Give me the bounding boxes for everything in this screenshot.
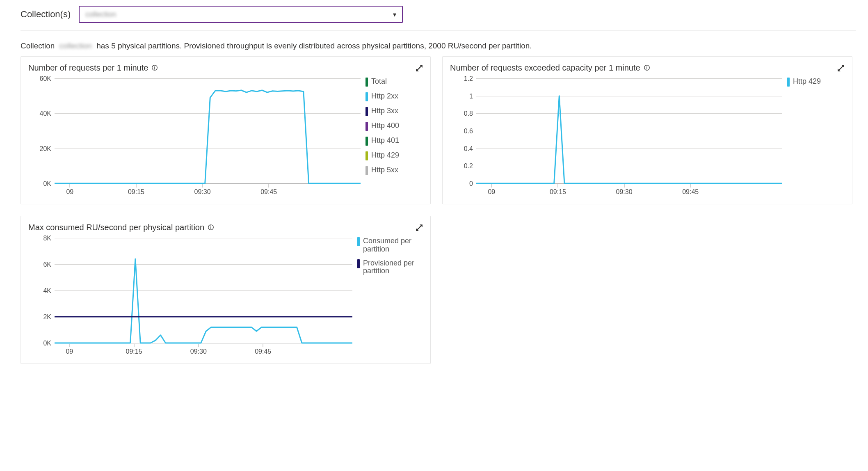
throughput-summary: Collection collection has 5 physical par… (21, 41, 856, 50)
panel-ru: Max consumed RU/second per physical part… (21, 216, 431, 364)
y-tick-label: 1 (469, 93, 473, 100)
expand-icon[interactable] (416, 224, 423, 231)
panel-ru-title: Max consumed RU/second per physical part… (28, 223, 204, 232)
x-tick-label: 09:15 (128, 188, 144, 196)
y-tick-label: 40K (40, 110, 51, 117)
legend-swatch (365, 166, 368, 175)
legend-label: Total (371, 78, 387, 86)
charts-grid: Number of requests per 1 minute ⓘ 0K20K4… (21, 56, 856, 364)
legend-requests: TotalHttp 2xxHttp 3xxHttp 400Http 401Htt… (365, 75, 423, 198)
chevron-down-icon: ▾ (393, 11, 396, 18)
legend-item[interactable]: Provisioned per partition (357, 259, 423, 276)
legend-label: Provisioned per partition (363, 259, 423, 276)
legend-exceeded: Http 429 (787, 75, 845, 198)
legend-ru: Consumed per partitionProvisioned per pa… (357, 235, 423, 358)
x-tick-label: 09 (488, 188, 495, 196)
panel-exceeded-title: Number of requests exceeded capacity per… (450, 63, 640, 73)
legend-item[interactable]: Http 429 (787, 78, 845, 87)
y-tick-label: 0.2 (464, 162, 473, 170)
panel-requests: Number of requests per 1 minute ⓘ 0K20K4… (21, 56, 431, 204)
summary-rest: has 5 physical partitions. Provisioned t… (96, 41, 532, 50)
collections-select[interactable]: collection ▾ (79, 6, 403, 23)
panel-exceeded: Number of requests exceeded capacity per… (442, 56, 852, 204)
legend-label: Http 429 (371, 151, 399, 160)
expand-icon[interactable] (416, 64, 423, 72)
chart-ru: 0K2K4K6K8K 0909:1509:3009:45 (28, 235, 354, 358)
y-tick-label: 2K (43, 313, 51, 321)
legend-label: Http 401 (371, 137, 399, 145)
legend-label: Http 3xx (371, 107, 398, 115)
x-tick-label: 09:30 (194, 188, 211, 196)
x-tick-label: 09 (66, 188, 73, 196)
legend-item[interactable]: Consumed per partition (357, 237, 423, 254)
x-tick-label: 09:30 (190, 348, 207, 355)
x-tick-label: 09:45 (260, 188, 277, 196)
legend-swatch (365, 92, 368, 101)
y-tick-label: 60K (40, 75, 51, 82)
panel-exceeded-head: Number of requests exceeded capacity per… (450, 63, 845, 73)
panel-requests-head: Number of requests per 1 minute ⓘ (28, 63, 423, 73)
y-tick-label: 4K (43, 287, 51, 295)
legend-item[interactable]: Http 3xx (365, 107, 423, 116)
y-tick-label: 0K (43, 340, 51, 347)
expand-icon[interactable] (837, 64, 845, 72)
legend-label: Consumed per partition (363, 237, 423, 254)
legend-item[interactable]: Http 429 (365, 151, 423, 160)
info-icon[interactable]: ⓘ (208, 224, 214, 231)
legend-swatch (365, 137, 368, 146)
x-tick-label: 09:45 (682, 188, 699, 196)
legend-swatch (365, 107, 368, 116)
x-tick-label: 09:15 (550, 188, 566, 196)
x-tick-label: 09:30 (616, 188, 633, 196)
info-icon[interactable]: ⓘ (151, 65, 158, 71)
legend-item[interactable]: Http 5xx (365, 166, 423, 175)
panel-ru-head: Max consumed RU/second per physical part… (28, 223, 423, 232)
legend-swatch (357, 259, 360, 268)
x-tick-label: 09:45 (255, 348, 271, 355)
legend-swatch (357, 237, 360, 246)
y-tick-label: 0.8 (464, 110, 473, 117)
legend-swatch (787, 78, 790, 87)
legend-swatch (365, 78, 368, 87)
summary-prefix: Collection (21, 41, 55, 50)
x-tick-label: 09 (66, 348, 73, 355)
x-tick-label: 09:15 (126, 348, 142, 355)
collections-label: Collection(s) (21, 9, 71, 20)
collections-select-value: collection (85, 10, 393, 19)
legend-label: Http 2xx (371, 92, 398, 101)
legend-label: Http 5xx (371, 166, 398, 174)
chart-requests: 0K20K40K60K 0909:1509:3009:45 (28, 75, 362, 198)
legend-item[interactable]: Http 401 (365, 137, 423, 146)
y-tick-label: 0.4 (464, 145, 473, 153)
y-tick-label: 0K (43, 180, 51, 187)
legend-swatch (365, 122, 368, 131)
info-icon[interactable]: ⓘ (644, 65, 650, 71)
legend-label: Http 400 (371, 122, 399, 130)
y-tick-label: 6K (43, 261, 51, 268)
y-tick-label: 0.6 (464, 128, 473, 135)
y-tick-label: 0 (469, 180, 473, 187)
legend-label: Http 429 (793, 78, 821, 86)
legend-swatch (365, 151, 368, 160)
summary-collection-name: collection (59, 41, 92, 50)
legend-item[interactable]: Total (365, 78, 423, 87)
y-tick-label: 20K (40, 145, 51, 153)
legend-item[interactable]: Http 2xx (365, 92, 423, 101)
toolbar: Collection(s) collection ▾ (21, 4, 856, 31)
y-tick-label: 1.2 (464, 75, 473, 82)
panel-requests-title: Number of requests per 1 minute (28, 63, 148, 73)
legend-item[interactable]: Http 400 (365, 122, 423, 131)
chart-exceeded: 00.20.40.60.811.2 0909:1509:3009:45 (450, 75, 784, 198)
y-tick-label: 8K (43, 235, 51, 242)
